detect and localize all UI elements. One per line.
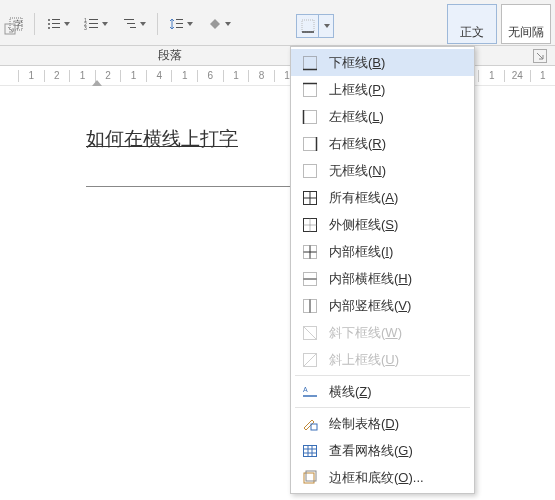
menu-item-border-diag-up: 斜上框线(U) <box>291 346 474 373</box>
chevron-down-icon <box>324 24 330 28</box>
ruler-tick: 2 <box>44 70 70 82</box>
border-outside-icon <box>301 216 319 234</box>
ruler-tick: 1 <box>223 70 249 82</box>
chevron-down-icon <box>102 22 108 26</box>
border-none-icon <box>301 162 319 180</box>
menu-item-label: 内部横框线(H) <box>329 270 412 288</box>
draw-table-icon <box>301 415 319 433</box>
svg-rect-16 <box>130 27 136 28</box>
svg-rect-13 <box>89 27 98 28</box>
svg-rect-19 <box>176 27 183 28</box>
menu-item-label: 所有框线(A) <box>329 189 398 207</box>
style-label: 正文 <box>460 24 484 41</box>
border-inside-h-icon <box>301 270 319 288</box>
svg-rect-25 <box>304 83 317 96</box>
menu-item-label: 内部竖框线(V) <box>329 297 411 315</box>
ruler-tick: 1 <box>478 70 504 82</box>
svg-rect-23 <box>304 56 317 69</box>
menu-item-label: 外侧框线(S) <box>329 216 398 234</box>
svg-rect-52 <box>304 445 317 456</box>
menu-item-border-all[interactable]: 所有框线(A) <box>291 184 474 211</box>
ruler-tick: 8 <box>248 70 274 82</box>
paragraph-dialog-launcher[interactable] <box>533 49 547 63</box>
menu-item-label: 查看网格线(G) <box>329 442 413 460</box>
separator <box>157 13 158 35</box>
menu-item-label: 上框线(P) <box>329 81 385 99</box>
dialog-launcher-icon[interactable] <box>4 22 16 38</box>
menu-item-label: 无框线(N) <box>329 162 386 180</box>
svg-rect-5 <box>52 23 60 24</box>
ruler-tick: 24 <box>504 70 530 82</box>
menu-item-border-left[interactable]: 左框线(L) <box>291 103 474 130</box>
menu-item-view-gridlines[interactable]: 查看网格线(G) <box>291 437 474 464</box>
multilevel-list-button[interactable] <box>117 12 151 36</box>
chevron-down-icon <box>225 22 231 26</box>
svg-rect-3 <box>52 19 60 20</box>
paragraph-group-label: 段落 <box>158 47 182 64</box>
numbering-button[interactable]: 123 <box>79 12 113 36</box>
svg-rect-31 <box>304 164 317 177</box>
border-bottom-icon <box>301 54 319 72</box>
svg-point-6 <box>48 27 50 29</box>
menu-item-border-right[interactable]: 右框线(R) <box>291 130 474 157</box>
border-right-icon <box>301 135 319 153</box>
menu-item-label: 斜上框线(U) <box>329 351 399 369</box>
menu-item-borders-shading[interactable]: 边框和底纹(O)... <box>291 464 474 491</box>
svg-rect-7 <box>52 27 60 28</box>
borders-button-dropdown[interactable] <box>319 15 333 37</box>
svg-rect-9 <box>89 19 98 20</box>
border-top-icon <box>301 81 319 99</box>
menu-item-label: 绘制表格(D) <box>329 415 399 433</box>
style-no-spacing[interactable]: 无间隔 <box>501 4 551 44</box>
menu-item-label: 边框和底纹(O)... <box>329 469 424 487</box>
ruler-tick: 1 <box>530 70 555 82</box>
menu-item-label: 内部框线(I) <box>329 243 393 261</box>
menu-item-label: 左框线(L) <box>329 108 384 126</box>
menu-item-horizontal-line[interactable]: A横线(Z) <box>291 378 474 405</box>
svg-rect-29 <box>304 137 317 150</box>
ribbon-toolbar: 字 123 正文 无间隔 <box>0 0 555 46</box>
style-label: 无间隔 <box>508 24 544 41</box>
style-normal[interactable]: 正文 <box>447 4 497 44</box>
menu-item-border-inside[interactable]: 内部框线(I) <box>291 238 474 265</box>
line-spacing-button[interactable] <box>164 12 198 36</box>
bullets-button[interactable] <box>41 12 75 36</box>
svg-rect-20 <box>302 20 314 32</box>
ruler-tick: 1 <box>69 70 95 82</box>
menu-item-border-top[interactable]: 上框线(P) <box>291 76 474 103</box>
ruler-tick: 4 <box>146 70 172 82</box>
shading-button[interactable] <box>202 12 236 36</box>
menu-item-border-inside-h[interactable]: 内部横框线(H) <box>291 265 474 292</box>
chevron-down-icon <box>187 22 193 26</box>
horizontal-line-icon: A <box>301 383 319 401</box>
border-inside-v-icon <box>301 297 319 315</box>
borders-button-main[interactable] <box>297 15 319 37</box>
menu-item-border-bottom[interactable]: 下框线(B) <box>291 49 474 76</box>
menu-item-border-none[interactable]: 无框线(N) <box>291 157 474 184</box>
ruler-tick: 6 <box>197 70 223 82</box>
ruler-tick: 1 <box>171 70 197 82</box>
menu-item-border-diag-down: 斜下框线(W) <box>291 319 474 346</box>
borders-split-button[interactable] <box>296 14 334 38</box>
svg-text:A: A <box>303 386 308 393</box>
svg-point-2 <box>48 19 50 21</box>
ruler-tick: 1 <box>18 70 44 82</box>
borders-shading-icon <box>301 469 319 487</box>
svg-rect-27 <box>304 110 317 123</box>
menu-separator <box>295 375 470 376</box>
border-diag-down-icon <box>301 324 319 342</box>
menu-item-border-inside-v[interactable]: 内部竖框线(V) <box>291 292 474 319</box>
svg-line-48 <box>304 353 317 366</box>
menu-item-label: 右框线(R) <box>329 135 386 153</box>
svg-point-4 <box>48 23 50 25</box>
view-gridlines-icon <box>301 442 319 460</box>
ruler-tick: 1 <box>120 70 146 82</box>
menu-separator <box>295 407 470 408</box>
svg-line-46 <box>304 326 317 339</box>
svg-rect-11 <box>89 23 98 24</box>
separator <box>34 13 35 35</box>
svg-rect-18 <box>176 23 183 24</box>
menu-item-draw-table[interactable]: 绘制表格(D) <box>291 410 474 437</box>
menu-item-border-outside[interactable]: 外侧框线(S) <box>291 211 474 238</box>
svg-rect-51 <box>311 424 317 430</box>
